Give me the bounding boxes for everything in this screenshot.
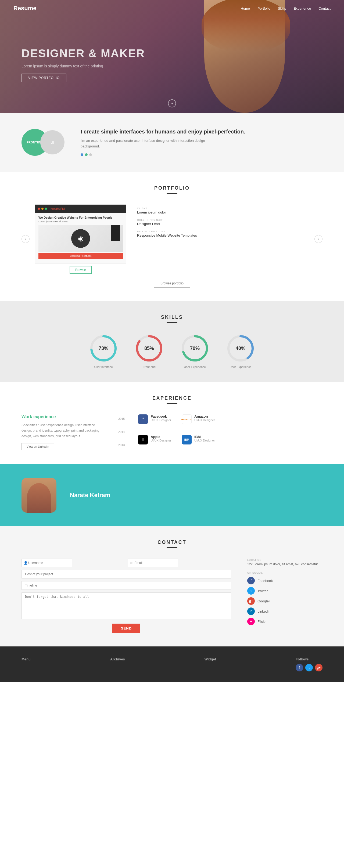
nav-links: Home Portfolio Skills Experience Contact: [240, 6, 331, 11]
circle-name: User Experience: [230, 365, 251, 369]
portfolio-browse-portfolio-wrap: Browse portfolio: [22, 279, 322, 288]
profile-name: Narate Ketram: [70, 492, 110, 499]
nav-contact[interactable]: Contact: [318, 6, 331, 10]
form-submit: SEND: [22, 624, 231, 633]
footer-archives-title: Archives: [110, 657, 125, 661]
project-label: PROJECT INCLUDES: [137, 230, 309, 233]
nav-portfolio[interactable]: Portfolio: [257, 6, 270, 10]
facebook-info: Facebook UI/UX Designer: [150, 414, 171, 422]
experience-title: EXPERIENCE: [22, 395, 322, 404]
about-description: I'm an experiened and passionate user in…: [81, 138, 215, 149]
linkedin-btn[interactable]: View on LinkedIn: [22, 443, 54, 450]
circle-label: 73%: [89, 334, 118, 363]
social-linkedin[interactable]: in Linkedin: [247, 608, 322, 615]
twitter-label: Twitter: [257, 589, 268, 593]
timeline-years: 2015 2014 2013: [118, 414, 125, 446]
preview-bar: KreativePiel: [35, 205, 126, 213]
circle-percent: 73%: [98, 346, 108, 351]
client-value: Lorem ipsum dolor: [137, 210, 309, 214]
preview-body: We Design Creative Website For Enterpris…: [35, 213, 126, 264]
skills-circles: 73% User Interface 85% Front-end: [22, 334, 322, 369]
timeline-input[interactable]: [22, 581, 231, 590]
camera-icon: ◉: [71, 229, 90, 248]
footer-follows: Follows f t g+: [296, 657, 322, 672]
contact-body: 👤 ✉ SEND LOCATION 122 Lorem ipsum dolor,…: [22, 559, 322, 633]
social-twitter[interactable]: t Twitter: [247, 587, 322, 595]
about-icon-wrap: FRONTEND UI: [22, 126, 64, 158]
preview-footer: Check Our Features: [38, 253, 123, 259]
skills-section: SKILLS 73% User Interface 85%: [0, 301, 344, 382]
preview-footer-text: Check Our Features: [69, 255, 91, 257]
portfolio-section: PORTFOLIO ‹ KreativePiel We Design Creat…: [0, 172, 344, 301]
footer: Menu Archives Widget Follows f t g+: [0, 646, 344, 682]
flickr-icon: ✿: [247, 618, 255, 625]
about-headline: I create simple interfaces for humans an…: [81, 129, 322, 135]
social-flickr[interactable]: ✿ Flickr: [247, 618, 322, 625]
hero-scroll[interactable]: ▾: [168, 99, 176, 107]
hero-btn[interactable]: VIEW PORTFOLIO: [22, 73, 66, 82]
nav-home[interactable]: Home: [240, 6, 250, 10]
email-icon: ✉: [130, 561, 133, 565]
footer-menu-title: Menu: [22, 657, 31, 661]
circle-name: User Experience: [184, 365, 206, 369]
browse-item-btn[interactable]: Browse: [69, 266, 92, 274]
ibm-company: IBM: [194, 435, 215, 439]
social-facebook[interactable]: f Facebook: [247, 577, 322, 584]
preview-dot-green-ctrl: [45, 208, 47, 210]
browse-portfolio-btn[interactable]: Browse portfolio: [154, 279, 190, 288]
google-label: Google+: [257, 599, 271, 603]
facebook-role: UI/UX Designer: [150, 418, 171, 422]
amazon-info: Amazon UI/UX Designer: [194, 414, 215, 422]
carousel-prev[interactable]: ‹: [22, 235, 30, 243]
contact-section: CONTACT 👤 ✉ SEND LOCATION 122 Lore: [0, 526, 344, 646]
skill-user-interface: 73% User Interface: [89, 334, 118, 369]
nav-skills[interactable]: Skills: [278, 6, 286, 10]
footer-gp-icon[interactable]: g+: [315, 664, 322, 672]
footer-tw-icon[interactable]: t: [305, 664, 313, 672]
circle-label: 70%: [180, 334, 210, 363]
project-value: Responsive Mobile Website Templates: [137, 234, 309, 238]
circle-percent: 85%: [144, 346, 154, 351]
amazon-company: Amazon: [194, 414, 215, 418]
skills-title: SKILLS: [22, 314, 322, 323]
carousel-next[interactable]: ›: [314, 235, 322, 243]
work-title: Work experience: [22, 414, 102, 419]
site-logo[interactable]: Resume: [13, 5, 36, 12]
amazon-role: UI/UX Designer: [194, 418, 215, 422]
avatar-figure: [27, 483, 51, 513]
footer-fb-icon[interactable]: f: [296, 664, 303, 672]
submit-btn[interactable]: SEND: [112, 624, 140, 633]
year-2013: 2013: [118, 443, 125, 446]
preview-headline: We Design Creative Website For Enterpris…: [38, 216, 123, 219]
hero-title: DESIGNER & MAKER: [22, 47, 145, 60]
experience-body: Work experience Specialties : User exper…: [22, 414, 322, 451]
preview-phone: [111, 225, 120, 241]
contact-form: 👤 ✉ SEND: [22, 559, 231, 633]
preview-dot-yellow: [41, 208, 44, 210]
social-google[interactable]: g+ Google+: [247, 597, 322, 605]
profile-info: Narate Ketram: [70, 492, 110, 499]
profile-section: Narate Ketram: [0, 464, 344, 526]
portfolio-project: PROJECT INCLUDES Responsive Mobile Websi…: [137, 230, 309, 238]
ibm-logo: IBM: [182, 435, 192, 444]
experience-section: EXPERIENCE Work experience Specialties :…: [0, 382, 344, 464]
linkedin-icon: in: [247, 608, 255, 615]
username-input[interactable]: [22, 559, 72, 567]
nav-experience[interactable]: Experience: [293, 6, 311, 10]
work-desc: Specialties : User experience design, us…: [22, 423, 102, 439]
message-textarea[interactable]: [22, 592, 231, 619]
username-wrap: 👤: [22, 559, 125, 567]
job-amazon: amazon Amazon UI/UX Designer: [182, 414, 215, 424]
about-circle-ui: UI: [40, 130, 64, 154]
dot-2: [85, 153, 88, 156]
portfolio-preview: KreativePiel We Design Creative Website …: [35, 205, 126, 264]
experience-timeline: 2015 2014 2013 f Facebook UI/UX Designer: [118, 414, 322, 451]
footer-widget: Widget: [204, 657, 216, 664]
navbar: Resume Home Portfolio Skills Experience …: [0, 0, 344, 17]
project-input[interactable]: [22, 570, 231, 579]
client-label: CLIENT: [137, 207, 309, 210]
circle-percent: 40%: [236, 346, 246, 351]
email-input[interactable]: [128, 559, 178, 567]
email-wrap: ✉: [128, 559, 231, 567]
facebook-company: Facebook: [150, 414, 171, 418]
